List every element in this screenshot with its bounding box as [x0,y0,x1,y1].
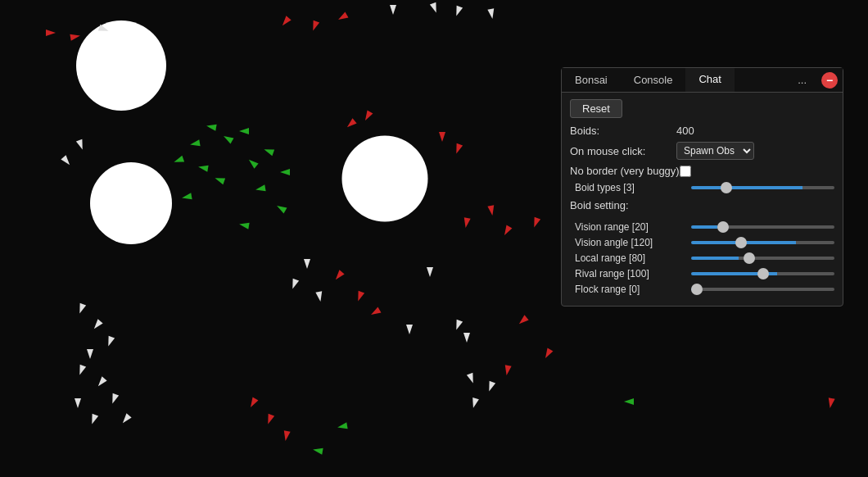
svg-marker-6 [487,8,494,19]
svg-marker-22 [264,149,274,156]
tab-chat[interactable]: Chat [685,68,734,92]
svg-marker-8 [313,20,319,31]
mouse-click-row: On mouse click: Spawn Obs Spawn Boid Kil… [570,142,834,160]
svg-marker-25 [277,206,287,213]
vision-range-row: Vision range [20] [570,221,834,233]
no-border-label: No border (very buggy) [570,165,680,177]
svg-marker-65 [829,398,835,408]
svg-marker-56 [75,398,81,408]
vision-range-label: Vision range [20] [570,221,691,233]
flock-range-slider[interactable] [691,288,834,291]
svg-marker-38 [304,259,310,269]
svg-point-2 [342,136,428,222]
svg-marker-28 [456,143,463,154]
local-range-row: Local range [80] [570,252,834,264]
svg-point-1 [90,162,172,244]
svg-marker-11 [70,34,80,41]
local-range-label: Local range [80] [570,252,691,264]
svg-marker-49 [79,303,86,314]
svg-marker-48 [489,381,495,392]
svg-marker-9 [338,12,348,20]
svg-marker-45 [456,320,463,330]
vision-angle-slider[interactable] [691,241,834,244]
svg-marker-51 [108,336,115,347]
svg-marker-53 [79,365,86,375]
svg-marker-13 [206,125,217,131]
svg-marker-62 [313,448,323,455]
svg-marker-10 [46,30,56,36]
svg-marker-16 [239,128,249,134]
local-range-slider[interactable] [691,257,834,260]
boids-label: Boids: [570,125,676,137]
reset-button[interactable]: Reset [570,99,622,118]
svg-marker-15 [224,136,233,143]
svg-marker-14 [190,139,201,146]
svg-marker-58 [123,413,132,423]
svg-marker-29 [464,217,471,228]
svg-marker-7 [283,16,292,25]
svg-marker-60 [268,414,274,425]
boid-types-slider[interactable] [691,186,834,189]
boid-setting-row: Boid setting: [570,198,834,216]
panel-tab-bar: Bonsai Console Chat ... − [562,68,843,93]
svg-marker-50 [94,319,103,329]
svg-marker-27 [439,132,445,142]
svg-marker-39 [292,279,299,289]
svg-marker-17 [174,156,184,162]
rival-range-slider[interactable] [691,272,834,275]
svg-marker-30 [487,205,494,216]
svg-marker-54 [98,376,107,386]
svg-marker-24 [255,184,266,191]
svg-marker-21 [249,160,259,169]
boids-count-row: Boids: 400 [570,125,834,137]
mouse-action-select[interactable]: Spawn Obs Spawn Boid Kill [676,142,754,160]
flock-range-row: Flock range [0] [570,284,834,295]
svg-marker-36 [76,139,83,150]
boids-value: 400 [676,125,694,137]
tab-more[interactable]: ... [788,69,816,91]
flock-range-label: Flock range [0] [570,284,691,295]
svg-marker-64 [624,398,634,405]
svg-marker-4 [430,2,436,13]
vision-range-slider[interactable] [691,225,834,229]
svg-marker-59 [251,398,258,407]
svg-marker-19 [215,178,225,184]
tab-console[interactable]: Console [621,69,686,91]
svg-marker-37 [61,155,70,165]
mouse-click-label: On mouse click: [570,145,676,157]
svg-marker-57 [92,414,98,425]
svg-marker-5 [456,6,463,16]
no-border-checkbox[interactable] [680,166,691,177]
svg-marker-31 [504,225,512,235]
rival-range-label: Rival range [100] [570,268,691,279]
svg-marker-47 [467,373,473,384]
svg-marker-43 [371,307,381,315]
svg-marker-20 [182,193,192,199]
svg-marker-52 [87,349,93,359]
svg-marker-67 [365,111,373,120]
rival-range-row: Rival range [100] [570,268,834,279]
svg-marker-3 [390,5,396,15]
svg-marker-46 [463,333,470,343]
vision-angle-label: Vision angle [120] [570,237,691,248]
svg-marker-35 [505,365,512,375]
boid-types-row: Boid types [3] [570,182,834,193]
svg-marker-23 [280,169,290,175]
svg-marker-32 [534,217,540,228]
control-panel: Bonsai Console Chat ... − Reset Boids: 4… [561,67,843,307]
no-border-row: No border (very buggy) [570,165,834,177]
svg-marker-44 [427,267,433,277]
svg-marker-61 [284,430,291,441]
svg-point-0 [76,20,166,111]
svg-marker-66 [347,118,357,127]
svg-marker-42 [358,291,364,302]
svg-marker-26 [239,223,250,229]
svg-marker-68 [406,325,413,334]
boid-setting-title: Boid setting: [570,199,629,211]
close-panel-button[interactable]: − [821,72,838,89]
tab-bonsai[interactable]: Bonsai [562,69,621,91]
svg-marker-41 [336,270,345,279]
panel-body: Reset Boids: 400 On mouse click: Spawn O… [562,93,843,306]
svg-marker-69 [472,398,479,408]
svg-marker-40 [315,291,322,302]
